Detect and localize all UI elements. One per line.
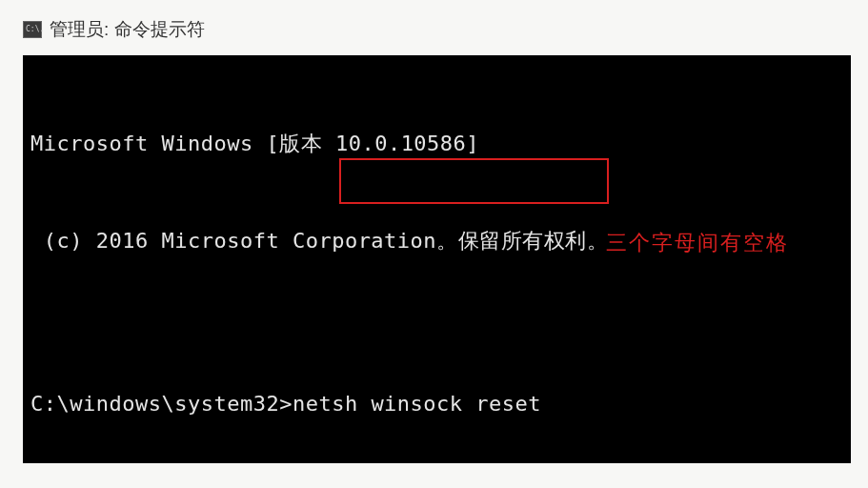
annotation-text: 三个字母间有空格 — [606, 227, 789, 259]
prompt-path: C:\windows\system32> — [30, 392, 293, 416]
terminal-prompt-line-1: C:\windows\system32>netsh winsock reset — [30, 388, 847, 420]
cmd-icon: C:\. — [23, 21, 42, 38]
window-title: 管理员: 命令提示符 — [50, 17, 205, 42]
typed-command: netsh winsock reset — [293, 392, 541, 416]
command-highlight-box — [339, 158, 609, 204]
terminal-body[interactable]: Microsoft Windows [版本 10.0.10586] (c) 20… — [23, 55, 851, 463]
window-title-bar: C:\. 管理员: 命令提示符 — [23, 17, 868, 42]
terminal-version-line: Microsoft Windows [版本 10.0.10586] — [30, 128, 847, 160]
